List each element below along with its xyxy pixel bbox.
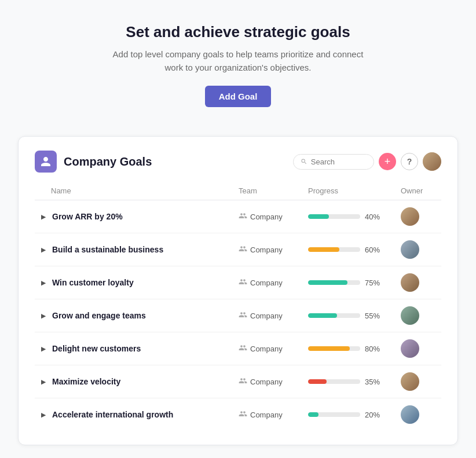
progress-percent: 35%	[365, 378, 383, 386]
team-icon	[239, 409, 247, 420]
table-body: ▶ Grow ARR by 20% Company 40% ▶ Build a …	[35, 200, 441, 431]
progress-track	[308, 313, 360, 318]
progress-percent: 75%	[365, 279, 383, 287]
progress-fill	[308, 379, 327, 384]
search-icon	[301, 157, 307, 166]
goal-name-label: Build a sustainable business	[52, 245, 163, 254]
progress-fill	[308, 313, 337, 318]
table-row[interactable]: ▶ Win customer loyalty Company 75%	[35, 266, 441, 299]
table-row[interactable]: ▶ Accelerate international growth Compan…	[35, 398, 441, 431]
goal-team-cell: Company	[239, 343, 308, 354]
progress-percent: 20%	[365, 411, 383, 419]
goal-name-label: Grow and engage teams	[52, 311, 146, 320]
table-header: Name Team Progress Owner	[35, 183, 441, 200]
progress-percent: 55%	[365, 312, 383, 320]
goal-team-label: Company	[250, 345, 283, 353]
progress-track	[308, 346, 360, 351]
progress-track	[308, 214, 360, 219]
goal-team-cell: Company	[239, 244, 308, 255]
header-avatar-image	[423, 152, 441, 171]
goal-owner-cell	[401, 405, 441, 424]
goal-team-cell: Company	[239, 310, 308, 321]
add-member-button[interactable]: +	[379, 153, 396, 170]
goal-name-label: Grow ARR by 20%	[52, 212, 123, 221]
goal-team-label: Company	[250, 212, 283, 221]
person-icon	[40, 156, 52, 167]
goal-team-label: Company	[250, 312, 283, 320]
goal-team-label: Company	[250, 246, 283, 254]
goal-progress-cell: 55%	[308, 312, 401, 320]
progress-fill	[308, 280, 347, 285]
table-row[interactable]: ▶ Grow ARR by 20% Company 40%	[35, 200, 441, 233]
goals-card: Company Goals + ? Name Team Progress Own…	[18, 136, 458, 445]
table-row[interactable]: ▶ Grow and engage teams Company 55%	[35, 299, 441, 332]
goal-owner-cell	[401, 240, 441, 259]
goal-team-label: Company	[250, 279, 283, 287]
goal-name-cell: ▶ Delight new customers	[39, 344, 239, 353]
goal-team-cell: Company	[239, 409, 308, 420]
owner-avatar	[401, 372, 419, 391]
goal-name-cell: ▶ Maximize velocity	[39, 377, 239, 386]
help-button[interactable]: ?	[401, 153, 418, 170]
goal-name-label: Win customer loyalty	[52, 278, 134, 287]
search-box[interactable]	[293, 154, 374, 170]
search-input[interactable]	[311, 157, 367, 166]
card-title-row: Company Goals	[35, 151, 152, 173]
team-icon	[239, 211, 247, 222]
card-title: Company Goals	[64, 155, 152, 168]
goal-owner-cell	[401, 273, 441, 292]
progress-percent: 60%	[365, 246, 383, 254]
user-avatar-header[interactable]	[423, 152, 441, 171]
goal-team-cell: Company	[239, 211, 308, 222]
goal-team-cell: Company	[239, 376, 308, 387]
goal-progress-cell: 80%	[308, 345, 401, 353]
col-name: Name	[51, 186, 239, 195]
page-title: Set and achieve strategic goals	[105, 23, 371, 41]
goal-progress-cell: 20%	[308, 411, 401, 419]
expand-icon[interactable]: ▶	[39, 312, 47, 320]
table-row[interactable]: ▶ Build a sustainable business Company 6…	[35, 233, 441, 266]
expand-icon[interactable]: ▶	[39, 246, 47, 254]
col-progress: Progress	[308, 186, 401, 195]
owner-avatar	[401, 339, 419, 358]
progress-percent: 40%	[365, 212, 383, 221]
table-row[interactable]: ▶ Delight new customers Company 80%	[35, 332, 441, 365]
owner-avatar	[401, 207, 419, 226]
owner-avatar	[401, 306, 419, 325]
expand-icon[interactable]: ▶	[39, 212, 47, 221]
goal-name-label: Accelerate international growth	[52, 410, 173, 419]
card-header: Company Goals + ?	[35, 151, 441, 173]
expand-icon[interactable]: ▶	[39, 378, 47, 386]
col-owner: Owner	[401, 186, 441, 195]
progress-track	[308, 247, 360, 252]
col-team: Team	[239, 186, 308, 195]
expand-icon[interactable]: ▶	[39, 345, 47, 353]
team-icon	[239, 310, 247, 321]
goal-progress-cell: 75%	[308, 279, 401, 287]
table-row[interactable]: ▶ Maximize velocity Company 35%	[35, 365, 441, 398]
goal-name-cell: ▶ Grow and engage teams	[39, 311, 239, 320]
progress-track	[308, 379, 360, 384]
page-subtitle: Add top level company goals to help team…	[105, 48, 371, 74]
goals-icon	[35, 151, 57, 173]
goal-owner-cell	[401, 372, 441, 391]
owner-avatar	[401, 405, 419, 424]
goal-name-label: Maximize velocity	[52, 377, 120, 386]
expand-icon[interactable]: ▶	[39, 279, 47, 287]
owner-avatar	[401, 273, 419, 292]
goal-team-label: Company	[250, 378, 283, 386]
goal-progress-cell: 40%	[308, 212, 401, 221]
goal-name-cell: ▶ Grow ARR by 20%	[39, 212, 239, 221]
header-actions: + ?	[293, 152, 441, 171]
goal-name-cell: ▶ Accelerate international growth	[39, 410, 239, 419]
progress-fill	[308, 412, 318, 417]
goal-owner-cell	[401, 339, 441, 358]
expand-icon[interactable]: ▶	[39, 411, 47, 419]
add-goal-button[interactable]: Add Goal	[205, 86, 272, 107]
goal-name-cell: ▶ Build a sustainable business	[39, 245, 239, 254]
progress-percent: 80%	[365, 345, 383, 353]
goals-table: Name Team Progress Owner ▶ Grow ARR by 2…	[35, 183, 441, 431]
goal-team-label: Company	[250, 411, 283, 419]
team-icon	[239, 343, 247, 354]
goal-progress-cell: 35%	[308, 378, 401, 386]
